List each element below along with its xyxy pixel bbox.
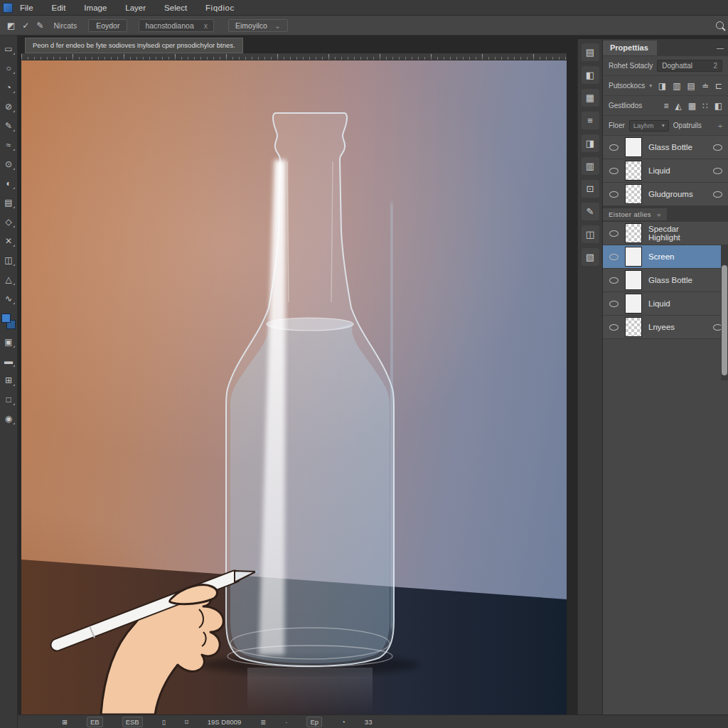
menu-filter[interactable]: Fiqdioc [205,4,235,12]
pattern-icon[interactable]: ▦ [688,101,696,111]
layer-row[interactable]: Liquid [603,159,728,183]
tool-eraser[interactable]: ✕ [1,234,16,248]
dock-brush-settings-icon[interactable]: ✎ [582,203,599,220]
clipboard-icon[interactable]: ▯ [162,718,166,726]
scrollbar-thumb[interactable] [722,265,727,375]
align-right-icon[interactable]: ▤ [687,81,695,91]
options-input[interactable]: hacnstodianoa x [139,19,214,32]
visibility-eye-icon[interactable] [609,168,619,174]
layer-row[interactable]: Glass Bottle [603,269,728,292]
badge-ep[interactable]: Ep [306,717,322,727]
chevron-down-icon[interactable]: ▾ [649,82,652,89]
layer-thumbnail[interactable] [625,270,642,290]
tool-marquee[interactable]: ▭ [1,42,16,56]
doc-badge-esb[interactable]: ESB [122,717,143,727]
layer-row[interactable]: Screen [603,245,728,269]
dock-paths-icon[interactable]: ◫ [582,225,599,243]
tool-screen-mode[interactable]: ▬ [1,354,16,368]
distribute-icon[interactable]: ≐ [702,81,709,91]
tool-clone-stamp[interactable]: ≈ [1,138,16,152]
layer-thumbnail[interactable] [625,161,642,181]
visibility-eye-icon[interactable] [609,254,619,260]
clear-icon[interactable]: x [204,21,208,30]
dock-history-icon[interactable]: ▤ [582,43,599,61]
curves-icon[interactable]: ◭ [675,101,681,111]
grid-icon[interactable]: ⊞ [62,718,68,726]
dot-separator[interactable]: · [285,718,287,726]
foreground-color-swatch[interactable] [1,314,11,323]
tool-brush[interactable]: ✎ [1,119,16,133]
layer-thumbnail[interactable] [625,223,642,243]
panel-minimize-icon[interactable]: — [717,44,724,52]
audio-icon[interactable]: ◧ [714,101,722,111]
menu-image[interactable]: Image [84,4,107,12]
tool-smudge[interactable]: ∿ [1,291,16,306]
tool-zoom[interactable]: ○ [1,61,16,75]
doc-badge-eb[interactable]: EB [87,717,103,727]
layer-thumbnail[interactable] [625,317,642,337]
tab-properties[interactable]: Propettias [603,41,657,55]
dock-swatches-icon[interactable]: ◨ [582,134,599,152]
dock-adjustments-icon[interactable]: ◧ [582,66,599,84]
layers-stack-icon[interactable]: ≣ [260,718,266,726]
align-center-icon[interactable]: ▥ [673,81,680,91]
property-input[interactable]: Doghattal 2 [657,60,722,72]
layer-row[interactable]: Lnyees [603,316,728,339]
levels-icon[interactable]: ≡ [663,101,668,111]
dock-info-icon[interactable]: ≡ [582,112,599,129]
visibility-eye-icon[interactable] [609,277,619,284]
menu-select[interactable]: Select [164,4,187,12]
layer-row[interactable]: Gludgroums [603,183,728,206]
tool-hand[interactable]: ◉ [1,412,16,426]
layer-thumbnail[interactable] [625,247,642,267]
dock-channels-icon[interactable]: ⊡ [582,180,599,198]
menu-layer[interactable]: Layer [125,4,146,12]
dock-libraries-icon[interactable]: ▧ [582,248,599,266]
canvas-image[interactable] [21,60,567,714]
layer-thumbnail[interactable] [625,184,642,204]
layer-row[interactable]: Glass Bottle [603,136,728,159]
layer-link-icon[interactable] [713,168,722,174]
menu-file[interactable]: File [20,4,33,12]
tool-pen[interactable]: ◫ [1,253,16,267]
align-left-icon[interactable]: ◨ [658,81,666,91]
visibility-eye-icon[interactable] [609,144,619,151]
doc-size-label[interactable]: 19S D8009 [208,718,242,726]
tool-preset-icon[interactable]: ◩ [7,21,15,31]
tool-frame[interactable]: □ [1,392,16,407]
dock-styles-icon[interactable]: ▥ [582,157,599,175]
layer-thumbnail[interactable] [625,294,642,314]
tool-shape[interactable]: ◇ [1,215,16,229]
layer-thumbnail[interactable] [625,137,642,157]
tool-mask-mode[interactable]: ▣ [1,335,16,349]
color-swatches[interactable] [1,314,16,329]
tab-layer-styles[interactable]: Eistoer atlies = [603,208,667,220]
visibility-eye-icon[interactable] [609,301,619,307]
menu-edit[interactable]: Edit [52,4,66,12]
visibility-eye-icon[interactable] [609,230,619,237]
layer-row[interactable]: Liquid [603,292,728,316]
visibility-eye-icon[interactable] [609,191,619,198]
tool-grid-view[interactable]: ⊞ [1,373,16,387]
layer-link-icon[interactable] [713,191,722,198]
search-button[interactable] [716,19,724,32]
commit-check-icon[interactable]: ✓ [22,21,29,31]
tool-dodge[interactable]: ◐ [1,176,16,191]
options-button[interactable]: Eoydor [88,19,127,32]
tool-lasso[interactable]: ◔ [1,80,16,95]
histogram-icon[interactable]: ∷ [702,101,708,111]
tool-type[interactable]: △ [1,272,16,287]
cube-icon[interactable]: ⌑ [185,718,188,726]
layer-link-icon[interactable] [713,144,722,151]
tool-slice[interactable]: ⊘ [1,100,16,114]
zoom-level-label[interactable]: 33 [365,718,373,726]
dock-color-icon[interactable]: ▦ [582,89,599,107]
visibility-eye-icon[interactable] [609,324,619,331]
tool-healing[interactable]: ⊙ [1,157,16,171]
brush-icon[interactable]: ✎ [36,21,43,31]
sync-icon[interactable]: ◔ [341,718,346,726]
kind-dropdown[interactable]: Layhm ▾ [629,120,669,132]
link-icon[interactable]: ⊏ [715,81,722,91]
tool-gradient[interactable]: ▤ [1,196,16,210]
layer-row[interactable]: Specdar Highlight [603,222,728,245]
